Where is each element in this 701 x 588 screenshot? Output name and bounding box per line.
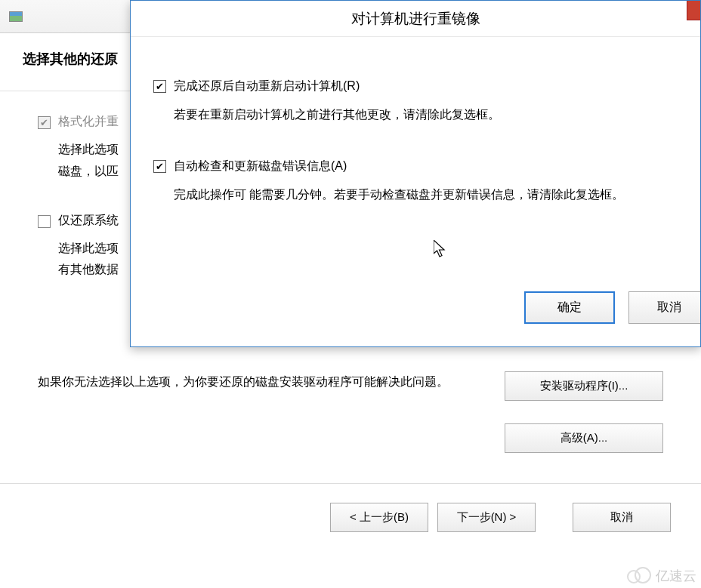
install-driver-button[interactable]: 安装驱动程序(I)... (505, 371, 663, 401)
diskcheck-checkbox[interactable]: ✔ (153, 160, 166, 173)
advanced-button[interactable]: 高级(A)... (505, 423, 663, 453)
dialog-body: ✔ 完成还原后自动重新启动计算机(R) 若要在重新启动计算机之前进行其他更改，请… (131, 37, 700, 253)
ok-button[interactable]: 确定 (524, 291, 615, 324)
restart-option: ✔ 完成还原后自动重新启动计算机(R) 若要在重新启动计算机之前进行其他更改，请… (153, 79, 685, 125)
next-button[interactable]: 下一步(N) > (437, 503, 536, 532)
reimage-dialog: 对计算机进行重镜像 ✔ 完成还原后自动重新启动计算机(R) 若要在重新启动计算机… (130, 0, 701, 347)
watermark-text: 亿速云 (656, 567, 696, 585)
diskcheck-desc: 完成此操作可 能需要几分钟。若要手动检查磁盘并更新错误信息，请清除此复选框。 (174, 185, 685, 205)
diskcheck-option: ✔ 自动检查和更新磁盘错误信息(A) 完成此操作可 能需要几分钟。若要手动检查磁… (153, 159, 685, 205)
watermark: 亿速云 (627, 567, 696, 585)
dialog-button-row: 确定 取消 (524, 291, 700, 324)
wizard-cancel-button[interactable]: 取消 (573, 503, 671, 532)
restart-desc: 若要在重新启动计算机之前进行其他更改，请清除此复选框。 (174, 105, 685, 125)
wizard-footer-buttons: < 上一步(B) 下一步(N) > 取消 (0, 484, 701, 532)
system-only-checkbox[interactable] (38, 215, 51, 228)
format-label: 格式化并重 (58, 114, 119, 130)
system-only-label: 仅还原系统 (58, 213, 119, 229)
dialog-titlebar: 对计算机进行重镜像 (131, 1, 700, 37)
close-icon[interactable] (687, 1, 700, 20)
driver-help-text: 如果你无法选择以上选项，为你要还原的磁盘安装驱动程序可能解决此问题。 (38, 371, 505, 393)
back-button[interactable]: < 上一步(B) (330, 503, 428, 532)
diskcheck-label: 自动检查和更新磁盘错误信息(A) (174, 159, 347, 174)
restart-checkbox[interactable]: ✔ (153, 80, 166, 93)
dialog-title: 对计算机进行重镜像 (351, 9, 480, 29)
dialog-cancel-button[interactable]: 取消 (628, 291, 700, 324)
restart-label: 完成还原后自动重新启动计算机(R) (174, 79, 360, 94)
format-checkbox[interactable]: ✔ (38, 116, 51, 129)
driver-section: 如果你无法选择以上选项，为你要还原的磁盘安装驱动程序可能解决此问题。 安装驱动程… (0, 371, 701, 453)
watermark-cloud-icon (627, 568, 651, 583)
window-icon (9, 11, 23, 22)
